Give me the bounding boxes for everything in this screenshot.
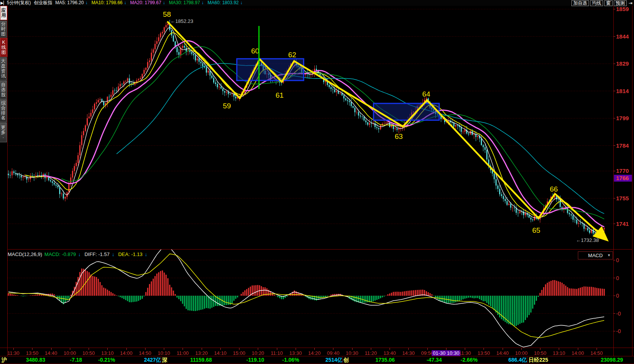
time-tick-label: 10:50	[534, 350, 547, 356]
status-item-14: -47.34	[427, 356, 442, 363]
sidebar-item-rankings[interactable]: 综合排名	[0, 99, 7, 122]
ma30-line	[61, 47, 604, 219]
indicator-selector-dropdown[interactable]: MACD ▼	[578, 251, 613, 259]
sidebar-item-intraday-chart[interactable]: 分时图	[0, 21, 7, 37]
sidebar-item-label: 分时图	[1, 22, 6, 37]
time-tick-label: 14:10	[214, 350, 227, 356]
last-price-value: 1766	[616, 175, 629, 181]
time-tick	[145, 348, 146, 350]
time-tick	[126, 348, 127, 350]
trading-app-window: { "icons": {"play":"▶▏","tab_next":"⇥","…	[0, 0, 634, 364]
time-tick-label: 13:50	[477, 350, 490, 356]
play-icon[interactable]: ▶▏	[0, 0, 7, 6]
sidebar-item-label: 大盘资讯	[1, 59, 6, 79]
ma60-value: MA60: 1803.92	[208, 0, 239, 5]
time-tick	[371, 348, 371, 350]
status-divider	[161, 356, 161, 363]
price-tick-label: 1814	[616, 88, 629, 94]
ma-lines	[16, 28, 604, 233]
sidebar-item-label: 应用	[1, 8, 6, 18]
price-tick-label: 1770	[616, 168, 629, 174]
time-tick	[32, 348, 32, 350]
status-item-15: -2.66%	[461, 356, 477, 363]
status-item-2: -7.18	[70, 356, 82, 363]
sidebar-item-market-news[interactable]: 大盘资讯	[0, 57, 7, 80]
kline-chart[interactable]: 585960616263646566←1852.23←1732.38185918…	[0, 0, 634, 364]
toolbar-button-2[interactable]: 窗	[604, 0, 613, 6]
sidebar-item-kline-chart[interactable]: K线图	[0, 38, 7, 57]
time-tick	[183, 348, 183, 350]
time-tick	[352, 348, 353, 350]
indicator-selector-label: MACD	[588, 253, 603, 258]
down-arrow-icon: ↓	[202, 0, 204, 5]
status-item-0: 沪	[2, 356, 7, 363]
status-item-9: -1.06%	[282, 356, 299, 363]
status-item-10: 2514亿	[325, 356, 343, 363]
toolbar-button-1[interactable]: 均线	[590, 0, 603, 6]
time-tick-label: 13:30	[290, 350, 302, 356]
time-tick-label: 10:20	[252, 350, 264, 356]
toolbar-button-0[interactable]: 加自选	[571, 0, 589, 6]
time-tick	[70, 348, 70, 350]
period-label[interactable]: 5分钟(复权)	[7, 0, 31, 6]
toolbar-button-3[interactable]: 预测	[614, 0, 627, 6]
time-tick-label: 14:20	[308, 350, 321, 356]
market-status-bar: 沪3480.83-7.18-0.21%2427亿深11159.68-119.10…	[0, 356, 634, 364]
zigzag-trend-line	[167, 21, 606, 239]
time-tick	[597, 348, 597, 350]
time-tick	[314, 348, 315, 350]
down-arrow-icon: ↓	[112, 251, 115, 257]
down-arrow-icon: ↓	[163, 0, 165, 5]
status-item-4: 2427亿	[144, 356, 161, 363]
zigzag-point-label: 60	[251, 47, 259, 55]
down-arrow-icon: ↓	[124, 0, 126, 5]
sidebar-item-label: 更多·	[1, 125, 6, 140]
time-tick-label: 11:30	[7, 350, 19, 356]
pane-borders	[7, 0, 634, 364]
time-tick-label: 14:40	[45, 350, 57, 356]
time-tick-label: 11:20	[365, 350, 377, 356]
down-arrow-icon: ↓	[240, 0, 243, 5]
next-tab-icon[interactable]: ⇥	[628, 0, 633, 6]
ma60-line	[116, 63, 604, 214]
zigzag-point-label: 65	[532, 226, 540, 234]
time-tick	[239, 348, 239, 350]
status-item-13: 1735.06	[375, 356, 395, 363]
price-axis: 1859184418291814179917841770175517411766…	[613, 6, 632, 334]
time-tick	[521, 348, 522, 350]
toolbar-buttons: 加自选均线窗预测 ⇥	[571, 0, 633, 6]
macd-header-token-1: MACD: -0.879	[44, 251, 76, 257]
time-tick	[559, 348, 559, 350]
time-tick	[578, 348, 578, 350]
macd-tick-label: 0	[616, 257, 619, 263]
time-tick-label: 14:50	[590, 350, 603, 356]
time-tick	[51, 348, 52, 350]
time-tick-label: 14:40	[496, 350, 509, 356]
time-tick-label: 13:20	[195, 350, 208, 356]
sidebar-item-apps[interactable]: 应用	[0, 6, 7, 20]
macd-tick-label: -0	[616, 311, 621, 317]
sidebar-item-watchlist[interactable]: 自选股	[0, 81, 7, 99]
symbol-name: 创业板指	[34, 0, 52, 6]
time-tick	[484, 348, 484, 350]
zigzag-point-label: 66	[550, 185, 558, 193]
zigzag-point-label: 61	[275, 91, 283, 99]
zigzag-point-label: 63	[395, 132, 403, 140]
time-tick	[258, 348, 258, 350]
time-tick-label: 14:00	[571, 350, 584, 356]
macd-header-token-3: DEA: -1.13	[118, 251, 142, 257]
highlight-box-2	[374, 103, 439, 120]
time-tick-label: 11:10	[271, 350, 283, 356]
time-tick-label: 11:30	[459, 350, 471, 356]
time-tick	[107, 348, 108, 350]
price-tick-label: 1784	[616, 142, 629, 149]
macd-pane	[8, 246, 604, 347]
macd-header-token-0: MACD(12,26,9)	[8, 251, 42, 257]
time-tick-label: 10:10	[158, 350, 170, 356]
time-axis: 11:3013:5014:4010:0010:5013:1014:0014:50…	[0, 348, 634, 356]
ma30-value: MA30: 1798.97	[169, 0, 200, 5]
sidebar-item-more[interactable]: 更多·	[0, 122, 7, 142]
time-tick-label: 13:10	[101, 350, 114, 356]
price-annotation: ←1852.23	[170, 18, 193, 24]
time-tick-label: 10:00	[515, 350, 528, 356]
